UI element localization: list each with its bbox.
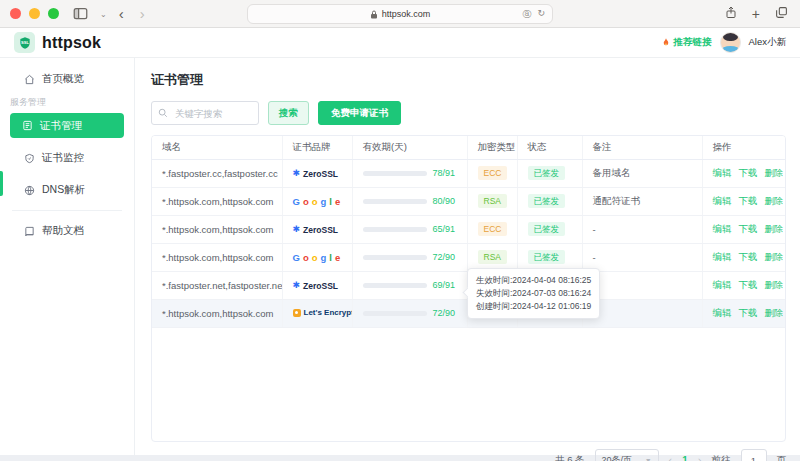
actions-cell: 编辑下载删除: [702, 215, 785, 243]
brand-cell: ✱ZeroSSL: [282, 271, 352, 299]
status-badge: 已签发: [528, 222, 566, 237]
download-link[interactable]: 下载: [739, 195, 758, 206]
prev-page-button[interactable]: ‹: [669, 454, 673, 461]
delete-link[interactable]: 删除: [765, 307, 784, 318]
page-title: 证书管理: [151, 71, 786, 89]
zerossl-star-icon: ✱: [293, 281, 301, 290]
goto-page-input[interactable]: [741, 449, 767, 461]
url-text: httpsok.com: [382, 9, 431, 19]
back-button[interactable]: ‹: [119, 6, 124, 21]
validity-cell: 65/91: [352, 215, 467, 243]
main-content: 证书管理 搜索 免费申请证书 域名证书品牌有效期(天)加密类: [135, 58, 800, 455]
delete-link[interactable]: 删除: [765, 167, 784, 178]
status-cell: 已签发: [517, 159, 582, 187]
sidebar-item-shield[interactable]: 证书监控: [0, 146, 134, 170]
sidebar-item-label: 帮助文档: [42, 224, 84, 238]
edit-link[interactable]: 编辑: [713, 279, 732, 290]
validity-progress-bar: [363, 199, 427, 204]
reload-icon[interactable]: ↻: [537, 8, 545, 21]
certificate-icon: [22, 120, 33, 131]
brand-cell: Let's Encrypt: [282, 299, 352, 327]
lock-icon: [370, 10, 378, 19]
shield-icon: [24, 153, 35, 164]
actions-cell: 编辑下载删除: [702, 159, 785, 187]
edit-link[interactable]: 编辑: [713, 195, 732, 206]
status-badge: 已签发: [528, 166, 566, 181]
zerossl-star-icon: ✱: [293, 225, 301, 234]
column-header: 域名: [152, 136, 282, 159]
minimize-window-button[interactable]: [29, 8, 40, 19]
table-row: *.fastposter.cc,fastposter.cc✱ZeroSSL78/…: [152, 159, 785, 187]
table-row: *.httpsok.com,httpsok.comGoogle80/90RSA已…: [152, 187, 785, 215]
edit-link[interactable]: 编辑: [713, 251, 732, 262]
validity-value: 80/90: [433, 196, 456, 206]
translate-icon[interactable]: ⓐ: [522, 8, 531, 21]
tooltip-line: 失效时间:2024-07-03 08:16:24: [476, 287, 591, 300]
download-link[interactable]: 下载: [739, 251, 758, 262]
lock-icon: [293, 309, 301, 317]
type-cell: RSA: [467, 187, 517, 215]
close-window-button[interactable]: [10, 8, 21, 19]
status-cell: 已签发: [517, 215, 582, 243]
column-header: 加密类型: [467, 136, 517, 159]
delete-link[interactable]: 删除: [765, 223, 784, 234]
validity-value: 72/90: [433, 252, 456, 262]
status-cell: 已签发: [517, 243, 582, 271]
edit-link[interactable]: 编辑: [713, 223, 732, 234]
validity-value: 78/91: [433, 168, 456, 178]
brand-google: Google: [293, 196, 341, 207]
validity-progress-bar: [363, 171, 427, 176]
share-icon[interactable]: [725, 5, 737, 23]
next-page-button[interactable]: ›: [698, 454, 702, 461]
column-header: 备注: [582, 136, 702, 159]
actions-cell: 编辑下载删除: [702, 271, 785, 299]
validity-progress-bar: [363, 255, 427, 260]
table-row: *.httpsok.com,httpsok.com✱ZeroSSL65/91EC…: [152, 215, 785, 243]
active-indicator: [0, 171, 3, 196]
download-link[interactable]: 下载: [739, 279, 758, 290]
sidebar-item-certificate[interactable]: 证书管理: [10, 113, 124, 138]
sidebar-item-label: 首页概览: [42, 72, 84, 86]
brand-zerossl: ✱ZeroSSL: [293, 225, 339, 235]
encryption-type-badge: RSA: [478, 194, 507, 209]
address-bar[interactable]: httpsok.com ⓐ ↻: [247, 4, 553, 24]
delete-link[interactable]: 删除: [765, 195, 784, 206]
sidebar: 首页概览服务管理证书管理证书监控DNS解析帮助文档: [0, 58, 135, 455]
tab-overview-icon[interactable]: [775, 5, 788, 23]
username[interactable]: Alex小新: [749, 36, 786, 49]
sidebar-item-label: 证书管理: [40, 119, 82, 133]
actions-cell: 编辑下载删除: [702, 299, 785, 327]
sidebar-item-home[interactable]: 首页概览: [0, 67, 134, 91]
download-link[interactable]: 下载: [739, 223, 758, 234]
apply-cert-button[interactable]: 免费申请证书: [318, 101, 401, 125]
promo-link[interactable]: 推荐链接: [661, 36, 712, 49]
delete-link[interactable]: 删除: [765, 251, 784, 262]
forward-button[interactable]: ›: [140, 6, 145, 21]
delete-link[interactable]: 删除: [765, 279, 784, 290]
edit-link[interactable]: 编辑: [713, 307, 732, 318]
tooltip-line: 创建时间:2024-04-12 01:06:19: [476, 300, 591, 313]
download-link[interactable]: 下载: [739, 307, 758, 318]
validity-cell: 78/91: [352, 159, 467, 187]
sidebar-item-book[interactable]: 帮助文档: [0, 219, 134, 243]
validity-progress-bar: [363, 283, 427, 288]
current-page[interactable]: 1: [682, 455, 688, 461]
chevron-down-icon[interactable]: ⌄: [100, 10, 107, 19]
remark-cell: 备用域名: [582, 159, 702, 187]
download-link[interactable]: 下载: [739, 167, 758, 178]
domain-cell: *.httpsok.com,httpsok.com: [152, 243, 282, 271]
status-badge: 已签发: [528, 194, 566, 209]
remark-cell: -: [582, 243, 702, 271]
brand[interactable]: SSL httpsok: [14, 32, 101, 53]
sidebar-item-globe[interactable]: DNS解析: [0, 178, 134, 202]
avatar[interactable]: [720, 32, 741, 53]
search-button[interactable]: 搜索: [268, 101, 309, 125]
page-size-select[interactable]: 20条/页 ▼: [595, 449, 659, 461]
zoom-window-button[interactable]: [48, 8, 59, 19]
book-icon: [24, 226, 35, 237]
edit-link[interactable]: 编辑: [713, 167, 732, 178]
toolbar: 搜索 免费申请证书: [151, 101, 786, 125]
new-tab-button[interactable]: +: [752, 6, 760, 22]
globe-icon: [24, 185, 35, 196]
sidebar-toggle-icon[interactable]: [73, 7, 88, 20]
